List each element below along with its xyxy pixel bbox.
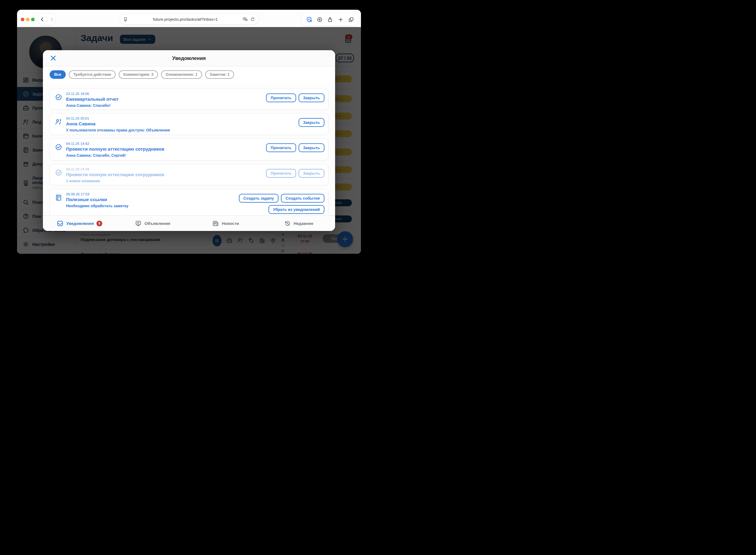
- notification-title: Провести полную аттестацию сотрудников: [66, 146, 164, 152]
- notification-card[interactable]: 04.11.25 14:29Провести полную аттестацию…: [50, 164, 328, 185]
- modal-tab-item[interactable]: Новости: [189, 216, 262, 231]
- notification-card[interactable]: 04.11.25 14:42Провести полную аттестацию…: [50, 138, 328, 160]
- share-icon[interactable]: [327, 17, 333, 23]
- notifications-modal: Уведомления ВсеТребуется действиеКоммент…: [43, 50, 335, 231]
- nav-divider: [47, 16, 47, 23]
- notification-title: Ежеквартальный отчет: [66, 96, 119, 102]
- notification-date: 26.06.25 17:53: [66, 192, 89, 196]
- notification-date: 23.11.25 18:06: [66, 92, 89, 95]
- notification-action-button[interactable]: Прочитать: [266, 169, 296, 178]
- filter-chip[interactable]: Все: [50, 70, 66, 79]
- tab-overview-icon[interactable]: [348, 17, 354, 23]
- notification-list: 23.11.25 18:06Ежеквартальный отчетАнна С…: [43, 83, 335, 216]
- url-text: future.projecto.pro/tasks/all?inbox=1: [128, 17, 243, 22]
- modal-tab-bar: Уведомления5ОбъявленияНовостиНедавнее: [43, 215, 335, 231]
- filter-chip[interactable]: Ознакомление: 1: [161, 70, 202, 79]
- forward-icon[interactable]: [49, 16, 55, 23]
- modal-tab-active[interactable]: Уведомления5: [43, 216, 116, 231]
- filter-chip[interactable]: Заметки: 1: [205, 70, 234, 79]
- notification-action-button[interactable]: Закрыть: [299, 93, 325, 102]
- notification-action-button[interactable]: Закрыть: [299, 143, 325, 152]
- zoom-window-button[interactable]: [31, 18, 35, 21]
- modal-tab-item[interactable]: Объявления: [116, 216, 189, 231]
- notification-action-button[interactable]: Прочитать: [266, 143, 296, 152]
- tab-count-badge: 5: [96, 221, 102, 226]
- page-preview-icon[interactable]: [123, 17, 128, 22]
- notification-action-button[interactable]: Убрать из уведомлений: [268, 205, 325, 214]
- minimize-window-button[interactable]: [26, 18, 30, 21]
- browser-window: future.projecto.pro/tasks/all?inbox=1 M …: [17, 10, 361, 254]
- translate-icon[interactable]: [243, 17, 248, 22]
- people-icon: [55, 118, 62, 126]
- notification-date: 04.11.25 14:42: [66, 142, 89, 145]
- browser-chrome: future.projecto.pro/tasks/all?inbox=1 M: [17, 10, 361, 27]
- modal-title: Уведомления: [43, 50, 335, 66]
- task-check-icon: [55, 143, 62, 151]
- vm-shield-extension-icon[interactable]: M: [306, 16, 312, 23]
- notification-action-button[interactable]: Создать задачу: [239, 194, 279, 203]
- notification-card[interactable]: 04.11.25 20:01Анна СавинаУ пользователя …: [50, 113, 328, 135]
- svg-text:M: M: [310, 19, 312, 23]
- close-window-button[interactable]: [21, 18, 24, 21]
- filter-chips: ВсеТребуется действиеКомментарии: 3Ознак…: [43, 66, 335, 83]
- downloads-icon[interactable]: [317, 17, 323, 23]
- modal-header: Уведомления: [43, 50, 335, 66]
- filter-chip[interactable]: Комментарии: 3: [119, 70, 158, 79]
- notification-action-button[interactable]: Закрыть: [299, 169, 325, 178]
- notification-date: 04.11.25 20:01: [66, 117, 89, 120]
- note-icon: [55, 194, 62, 202]
- tab-label: Недавнее: [294, 221, 313, 226]
- notification-subtitle: Необходимо обработать заметку: [66, 204, 128, 208]
- history-icon: [284, 220, 291, 227]
- modal-tab-item[interactable]: Недавнее: [262, 216, 335, 231]
- inbox-icon: [56, 220, 64, 227]
- filter-chip[interactable]: Требуется действие: [69, 70, 116, 79]
- tab-label: Новости: [222, 221, 239, 226]
- new-tab-icon[interactable]: [338, 17, 344, 23]
- nav-buttons: [38, 14, 55, 25]
- notification-card[interactable]: 23.11.25 18:06Ежеквартальный отчетАнна С…: [50, 89, 328, 110]
- toolbar-icons: M: [301, 13, 359, 26]
- task-check-icon: [55, 169, 62, 176]
- notification-title: Провести полную аттестацию сотрудников: [66, 172, 164, 177]
- announcement-icon: [135, 220, 142, 227]
- notification-title: Анна Савина: [66, 121, 95, 126]
- notification-action-button[interactable]: Прочитать: [266, 93, 296, 102]
- notification-title: Полезные ссылки: [66, 197, 107, 202]
- notification-subtitle: 1 новое вложение: [66, 179, 100, 183]
- notification-date: 04.11.25 14:29: [66, 167, 89, 171]
- notification-subtitle: У пользователя отозваны права доступа: О…: [66, 128, 170, 132]
- tab-label: Уведомления: [66, 221, 94, 226]
- notification-card[interactable]: 26.06.25 17:53Полезные ссылкиНеобходимо …: [50, 189, 328, 216]
- reload-icon[interactable]: [250, 17, 255, 22]
- notification-action-button[interactable]: Создать событие: [281, 194, 325, 203]
- task-check-icon: [55, 93, 62, 101]
- news-icon: [212, 220, 219, 227]
- notification-subtitle: Анна Савина: Спасибо!: [66, 103, 111, 108]
- address-bar[interactable]: future.projecto.pro/tasks/all?inbox=1: [120, 14, 258, 24]
- notification-subtitle: Анна Савина: Спасибо, Сергей!: [66, 153, 126, 158]
- notification-action-button[interactable]: Закрыть: [299, 118, 325, 127]
- tab-label: Объявления: [144, 221, 170, 226]
- back-icon[interactable]: [39, 16, 45, 23]
